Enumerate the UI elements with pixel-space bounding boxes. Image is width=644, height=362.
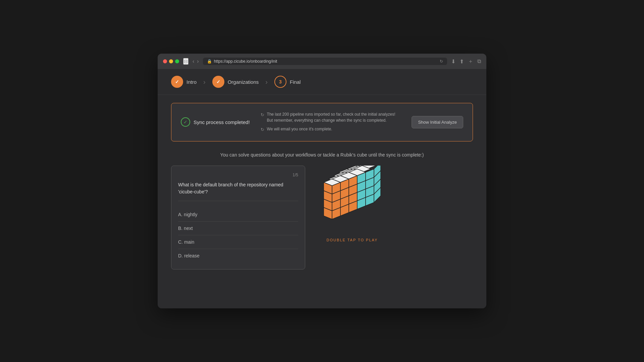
- download-button[interactable]: ⬇: [451, 58, 455, 65]
- quiz-intro-text: You can solve questions about your workf…: [171, 152, 473, 158]
- sync-info: ↻ The last 200 pipeline runs imported so…: [261, 111, 401, 133]
- step-final-circle: 3: [274, 76, 286, 88]
- rubiks-section[interactable]: DOUBLE TAP TO PLAY: [319, 166, 386, 242]
- browser-chrome: ⊟ ‹ › 🔒 https://app.cicube.io/onboarding…: [158, 54, 486, 69]
- quiz-option-c[interactable]: C. main: [178, 235, 298, 249]
- back-button[interactable]: ‹: [193, 58, 194, 64]
- forward-button[interactable]: ›: [197, 58, 199, 64]
- sync-check-icon: ✓: [181, 117, 190, 127]
- quiz-options: A. nightly B. next C. main D. release: [178, 208, 298, 262]
- quiz-counter: 1/5: [178, 173, 298, 177]
- rubiks-cube[interactable]: [319, 166, 386, 233]
- step-final-label: Final: [290, 79, 301, 85]
- step-arrow-1: ›: [203, 78, 206, 86]
- step-final: 3 Final: [274, 76, 301, 88]
- browser-content: ✓ Intro › ✓ Organizations › 3 Final ✓ Sy…: [158, 69, 486, 278]
- stepper: ✓ Intro › ✓ Organizations › 3 Final: [158, 69, 486, 95]
- step-intro-label: Intro: [186, 79, 197, 85]
- minimize-button[interactable]: [169, 59, 173, 63]
- reload-icon[interactable]: ↻: [440, 59, 443, 64]
- step-organizations: ✓ Organizations: [212, 76, 259, 88]
- quiz-card: 1/5 What is the default branch of the re…: [171, 166, 305, 269]
- rubiks-cube-svg: [319, 166, 386, 233]
- sidebar-toggle-button[interactable]: ⊟: [183, 58, 189, 65]
- address-bar[interactable]: 🔒 https://app.cicube.io/onboarding/init …: [203, 58, 447, 65]
- step-org-label: Organizations: [228, 79, 259, 85]
- sync-info-text-1: The last 200 pipeline runs imported so f…: [267, 111, 401, 123]
- step-arrow-2: ›: [265, 78, 268, 86]
- quiz-layout: 1/5 What is the default branch of the re…: [171, 166, 473, 269]
- sync-info-icon-2: ↻: [261, 126, 264, 133]
- sync-status-text: Sync process completed!: [194, 119, 250, 125]
- close-button[interactable]: [163, 59, 167, 63]
- step-intro-circle: ✓: [171, 76, 183, 88]
- quiz-option-d[interactable]: D. release: [178, 249, 298, 262]
- sync-info-icon-1: ↻: [261, 112, 264, 118]
- quiz-option-a[interactable]: A. nightly: [178, 208, 298, 222]
- quiz-question: What is the default branch of the reposi…: [178, 181, 298, 201]
- sync-card: ✓ Sync process completed! ↻ The last 200…: [171, 103, 473, 141]
- traffic-lights: [163, 59, 179, 63]
- show-initial-analyze-button[interactable]: Show Initial Analyze: [412, 116, 463, 128]
- step-intro: ✓ Intro: [171, 76, 197, 88]
- double-tap-label: DOUBLE TAP TO PLAY: [327, 238, 378, 242]
- step-org-circle: ✓: [212, 76, 224, 88]
- main-content: ✓ Sync process completed! ↻ The last 200…: [158, 95, 486, 278]
- browser-window: ⊟ ‹ › 🔒 https://app.cicube.io/onboarding…: [158, 54, 486, 308]
- sync-info-text-2: We will email you once it's complete.: [267, 126, 332, 132]
- browser-actions: ⬇ ⬆ ＋ ⧉: [451, 58, 481, 65]
- url-text: https://app.cicube.io/onboarding/init: [214, 59, 277, 64]
- sync-status: ✓ Sync process completed!: [181, 117, 250, 127]
- new-tab-button[interactable]: ＋: [468, 58, 473, 65]
- lock-icon: 🔒: [207, 59, 212, 64]
- sync-info-row-1: ↻ The last 200 pipeline runs imported so…: [261, 111, 401, 123]
- maximize-button[interactable]: [175, 59, 179, 63]
- browser-nav: ‹ ›: [193, 58, 199, 64]
- quiz-option-b[interactable]: B. next: [178, 222, 298, 235]
- share-button[interactable]: ⬆: [460, 58, 464, 65]
- tabs-button[interactable]: ⧉: [477, 58, 481, 65]
- sync-info-row-2: ↻ We will email you once it's complete.: [261, 126, 401, 133]
